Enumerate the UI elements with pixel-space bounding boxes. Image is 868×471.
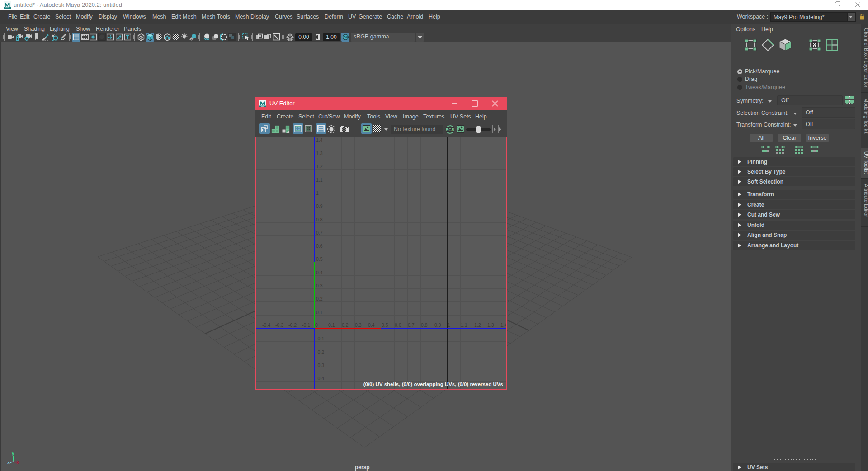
svg-text:1.2: 1.2: [474, 322, 481, 328]
svg-text:-0.4: -0.4: [262, 322, 270, 328]
svg-text:-0.4: -0.4: [316, 376, 324, 381]
svg-text:0: 0: [315, 322, 318, 328]
svg-text:1.1: 1.1: [461, 322, 467, 328]
svg-text:0.6: 0.6: [316, 243, 323, 249]
svg-text:0.8: 0.8: [316, 217, 323, 222]
svg-text:1.4: 1.4: [500, 322, 506, 328]
svg-text:0.3: 0.3: [355, 322, 362, 328]
svg-text:-0.1: -0.1: [316, 336, 324, 341]
svg-text:0.2: 0.2: [342, 322, 349, 328]
svg-text:(0/0) UV shells, (0/0) overlap: (0/0) UV shells, (0/0) overlapping UVs, …: [363, 382, 503, 387]
svg-text:persp: persp: [355, 464, 370, 471]
svg-text:0.1: 0.1: [316, 310, 323, 315]
svg-text:-0.3: -0.3: [316, 363, 324, 368]
svg-text:0.6: 0.6: [395, 322, 401, 328]
svg-text:x: x: [17, 460, 19, 465]
svg-text:0.7: 0.7: [408, 322, 415, 328]
svg-text:1: 1: [316, 190, 319, 196]
svg-text:0.5: 0.5: [316, 256, 323, 262]
svg-text:RGB: RGB: [446, 127, 454, 132]
svg-text:ON: ON: [344, 36, 348, 39]
svg-text:1.4: 1.4: [316, 137, 323, 143]
svg-text:-0.2: -0.2: [316, 349, 324, 355]
svg-text:0.9: 0.9: [434, 322, 441, 328]
svg-text:0.4: 0.4: [316, 270, 323, 275]
svg-text:0.9: 0.9: [316, 203, 323, 209]
svg-text:-0.1: -0.1: [302, 322, 310, 328]
svg-text:1.3: 1.3: [487, 322, 494, 328]
svg-text:0.1: 0.1: [328, 322, 335, 328]
svg-text:1.1: 1.1: [316, 177, 323, 183]
svg-text:0.5: 0.5: [382, 322, 388, 328]
svg-text:0.2: 0.2: [316, 296, 323, 301]
svg-text:-0.3: -0.3: [275, 322, 283, 328]
svg-text:0.4: 0.4: [368, 322, 375, 328]
svg-text:y: y: [12, 451, 14, 456]
svg-text:1.2: 1.2: [316, 164, 323, 169]
svg-text:0.8: 0.8: [421, 322, 428, 328]
svg-text:0.3: 0.3: [316, 283, 323, 288]
svg-text:-0.2: -0.2: [288, 322, 297, 328]
svg-text:1.3: 1.3: [316, 151, 323, 156]
svg-text:0.7: 0.7: [316, 230, 323, 236]
svg-text:z: z: [7, 460, 9, 465]
svg-text:1: 1: [448, 322, 450, 328]
